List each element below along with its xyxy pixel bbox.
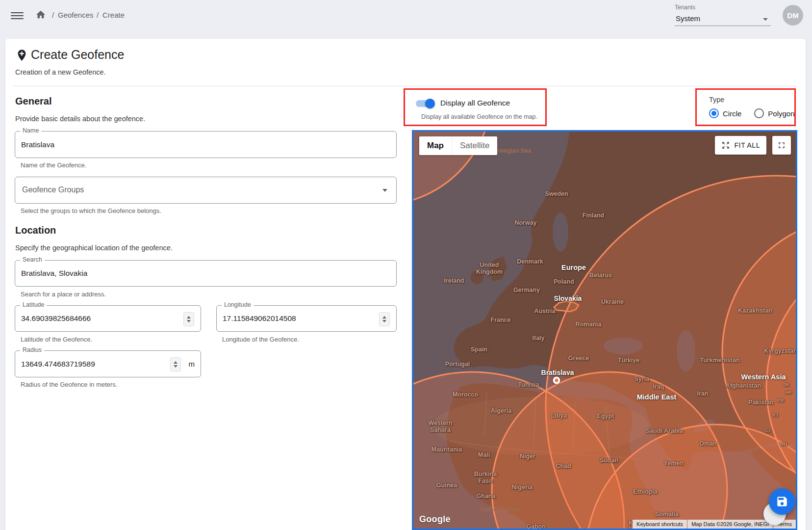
tenant-value: System bbox=[676, 14, 700, 23]
location-heading: Location bbox=[15, 225, 56, 236]
map-label: Western Sahara bbox=[428, 420, 452, 434]
map-label: Kyrgyzstan bbox=[764, 347, 797, 354]
map-label: Portugal bbox=[445, 361, 470, 368]
longitude-input[interactable] bbox=[223, 306, 373, 331]
page-subtitle: Creation of a new Geofence. bbox=[15, 68, 106, 76]
map-label: PB bbox=[777, 398, 784, 403]
page-title: Create Geofence bbox=[31, 48, 124, 62]
geofence-groups-select[interactable]: Geofence Groups bbox=[15, 177, 397, 204]
map-label: Sudan bbox=[600, 457, 618, 464]
map-label: Oman bbox=[699, 440, 716, 447]
map-data-text: Map Data ©2026 Google, INEGI bbox=[687, 520, 773, 529]
home-icon[interactable] bbox=[35, 9, 46, 22]
map-label: Ukraine bbox=[601, 298, 624, 305]
map-label: MH bbox=[780, 442, 787, 447]
tenant-select[interactable]: System bbox=[675, 13, 771, 26]
google-logo[interactable]: Google bbox=[419, 514, 451, 525]
map-label: Afghanistan bbox=[726, 382, 761, 389]
name-field[interactable]: Name bbox=[15, 131, 397, 158]
map-label: Denmark bbox=[517, 258, 543, 265]
map-label: Niger bbox=[520, 453, 535, 460]
breadcrumb-geofences[interactable]: Geofences bbox=[58, 11, 94, 19]
save-button[interactable] bbox=[769, 488, 795, 515]
map[interactable]: Norwegian SeaSwedenFinlandNorwayDenmarkU… bbox=[412, 130, 797, 530]
map-label: Italy bbox=[532, 335, 544, 342]
map-type-control: Map Satellite bbox=[419, 136, 497, 155]
map-label: Guinea bbox=[436, 482, 457, 489]
map-label: GJ bbox=[764, 428, 771, 434]
map-label: Ethiopia bbox=[633, 488, 657, 495]
map-label: JK bbox=[784, 382, 789, 388]
map-label: Mauritania bbox=[431, 446, 462, 453]
fit-all-label: FIT ALL bbox=[734, 141, 760, 149]
map-label: Ghana bbox=[477, 493, 496, 500]
save-icon bbox=[776, 495, 788, 508]
longitude-helper: Longitude of the Geofence. bbox=[222, 336, 299, 343]
divider bbox=[13, 86, 797, 86]
map-label: Western Asia bbox=[741, 373, 786, 381]
location-description: Specify the geographical location of the… bbox=[15, 244, 173, 252]
avatar[interactable]: DM bbox=[783, 5, 803, 26]
breadcrumb-separator: / bbox=[97, 11, 99, 19]
map-labels: Norwegian SeaSwedenFinlandNorwayDenmarkU… bbox=[413, 132, 796, 529]
map-label: RJ bbox=[772, 413, 778, 418]
radius-input[interactable] bbox=[21, 351, 177, 377]
display-all-geofence-caption: Display all available Geofence on the ma… bbox=[421, 113, 537, 120]
map-label: Ireland bbox=[444, 277, 464, 284]
satellite-button[interactable]: Satellite bbox=[452, 136, 497, 155]
map-label: Bratislava bbox=[541, 369, 574, 376]
radius-helper: Radius of the Geofence in meters. bbox=[21, 381, 117, 388]
radio-circle-label: Circle bbox=[723, 109, 741, 118]
map-label: Gabon bbox=[526, 523, 546, 530]
bratislava-marker[interactable] bbox=[553, 377, 560, 384]
latitude-helper: Latitude of the Geofence. bbox=[21, 336, 92, 343]
search-field[interactable]: Search bbox=[15, 260, 397, 287]
map-label: Türkiye bbox=[618, 357, 639, 364]
map-label: Morocco bbox=[453, 391, 478, 398]
map-label: Chad bbox=[556, 463, 571, 470]
map-label: Poland bbox=[554, 278, 574, 285]
tenants-label: Tenants bbox=[675, 4, 771, 11]
keyboard-shortcuts-link[interactable]: Keyboard shortcuts bbox=[633, 520, 687, 529]
map-label: Tunisia bbox=[518, 381, 539, 388]
display-all-geofence-box: Display all Geofence Display all availab… bbox=[404, 88, 547, 126]
radius-field[interactable]: Radius m bbox=[15, 350, 201, 377]
add-location-icon bbox=[15, 49, 28, 64]
groups-helper: Select the groups to which the Geofence … bbox=[21, 207, 161, 214]
map-label: Greece bbox=[568, 355, 589, 362]
menu-icon[interactable] bbox=[11, 10, 24, 20]
map-label: Belarus bbox=[589, 272, 612, 279]
search-helper: Search for a place or address. bbox=[21, 291, 106, 298]
map-label: Iraq bbox=[653, 383, 664, 390]
map-label: HP bbox=[785, 390, 791, 396]
radio-polygon[interactable] bbox=[754, 108, 764, 118]
zoom-out-map-icon bbox=[721, 141, 730, 150]
search-input[interactable] bbox=[21, 261, 373, 286]
display-all-geofence-toggle[interactable] bbox=[416, 100, 433, 107]
top-bar: / Geofences / Create Tenants System DM bbox=[0, 0, 812, 31]
latitude-field[interactable]: Latitude bbox=[15, 305, 201, 332]
radius-stepper[interactable] bbox=[170, 357, 181, 371]
map-button[interactable]: Map bbox=[419, 136, 452, 155]
map-label: Germany bbox=[513, 287, 540, 293]
map-label: Finland bbox=[583, 212, 604, 219]
fit-all-button[interactable]: FIT ALL bbox=[715, 136, 766, 155]
radio-circle[interactable] bbox=[709, 108, 719, 118]
map-label: Turkmenistan bbox=[700, 357, 739, 364]
name-input[interactable] bbox=[21, 132, 373, 158]
map-label: Algeria bbox=[491, 407, 511, 414]
create-geofence-card: Create Geofence Creation of a new Geofen… bbox=[5, 39, 806, 530]
map-label: Pakistan bbox=[748, 399, 773, 406]
fullscreen-button[interactable] bbox=[772, 136, 791, 155]
radius-unit: m bbox=[189, 360, 195, 368]
name-helper: Name of the Geofence. bbox=[21, 161, 86, 169]
chevron-down-icon bbox=[763, 18, 768, 21]
map-label: United Kingdom bbox=[476, 262, 503, 276]
latitude-stepper[interactable] bbox=[183, 312, 194, 326]
longitude-field[interactable]: Longitude bbox=[216, 305, 397, 332]
longitude-stepper[interactable] bbox=[379, 312, 390, 326]
map-label: Burkina Faso bbox=[474, 471, 497, 485]
map-label: Norway bbox=[514, 219, 536, 226]
radio-polygon-label: Polygon bbox=[768, 109, 794, 118]
latitude-input[interactable] bbox=[21, 306, 177, 331]
